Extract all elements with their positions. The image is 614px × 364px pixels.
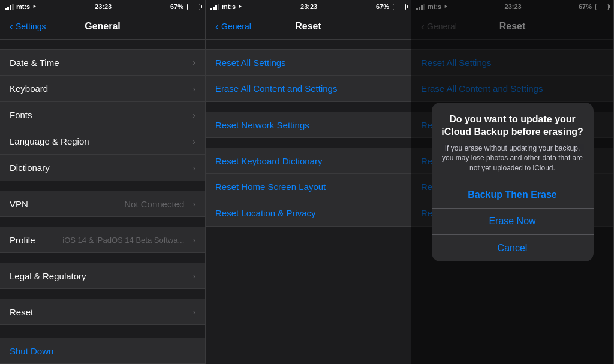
status-right: 67%	[170, 3, 200, 10]
backup-then-erase-button[interactable]: Backup Then Erase	[432, 182, 594, 209]
status-right-mid: 67%	[376, 3, 406, 10]
reset-chevron-left: ›	[192, 307, 195, 317]
back-label-left: Settings	[16, 22, 46, 31]
reset-home-mid[interactable]: Reset Home Screen Layout	[206, 174, 411, 200]
dialog-message: If you erase without updating your backu…	[441, 143, 584, 173]
legal-label: Legal & Regulatory	[10, 271, 86, 281]
wifi-icon-mid: ‣	[238, 3, 242, 11]
reset-network-mid[interactable]: Reset Network Settings	[206, 112, 411, 138]
reset-label-left: Reset	[10, 307, 33, 317]
status-left-mid: mt:s ‣	[210, 3, 242, 11]
spacer-middle	[206, 227, 411, 364]
reset-group3-mid: Reset Keyboard Dictionary Reset Home Scr…	[206, 148, 411, 227]
vpn-item[interactable]: VPN Not Connected ›	[0, 191, 205, 217]
reset-location-mid[interactable]: Reset Location & Privacy	[206, 200, 411, 227]
status-bar-middle: mt:s ‣ 23:23 67%	[206, 0, 411, 13]
reset-group2-mid: Reset Network Settings	[206, 112, 411, 138]
time-left: 23:23	[95, 3, 112, 10]
reset-group-left: Reset ›	[0, 299, 205, 325]
erase-all-label-mid: Erase All Content and Settings	[215, 83, 337, 94]
battery-icon-left	[187, 4, 200, 10]
keyboard-label: Keyboard	[10, 83, 48, 94]
legal-group: Legal & Regulatory ›	[0, 263, 205, 289]
vpn-label: VPN	[10, 199, 28, 209]
battery-label-mid: 67%	[376, 3, 389, 10]
erase-now-button[interactable]: Erase Now	[432, 209, 594, 235]
language-region-chevron: ›	[192, 137, 195, 146]
reset-all-settings-mid[interactable]: Reset All Settings	[206, 49, 411, 76]
reset-location-label-mid: Reset Location & Privacy	[215, 208, 316, 218]
profile-right: iOS 14 & iPadOS 14 Beta Softwa... ›	[62, 235, 195, 245]
reset-group1-mid: Reset All Settings Erase All Content and…	[206, 49, 411, 102]
vpn-group: VPN Not Connected ›	[0, 191, 205, 217]
date-time-chevron: ›	[192, 58, 195, 67]
language-region-label: Language & Region	[10, 136, 89, 146]
language-region-item[interactable]: Language & Region ›	[0, 128, 205, 155]
shutdown-group: Shut Down	[0, 338, 205, 364]
vpn-value: Not Connected	[124, 199, 184, 209]
reset-all-label-mid: Reset All Settings	[215, 58, 286, 68]
signal-icon	[5, 4, 14, 10]
reset-network-label-mid: Reset Network Settings	[215, 120, 309, 130]
time-middle: 23:23	[300, 3, 317, 10]
battery-icon-mid	[393, 4, 406, 10]
fonts-label: Fonts	[10, 110, 32, 120]
carrier-label-mid: mt:s	[222, 3, 236, 10]
carrier-label: mt:s	[16, 3, 30, 10]
left-panel: mt:s ‣ 23:23 67% ‹ Settings General Date…	[0, 0, 206, 364]
nav-bar-middle: ‹ General Reset	[206, 13, 411, 40]
battery-label-left: 67%	[170, 3, 183, 10]
keyboard-chevron: ›	[192, 84, 195, 94]
fonts-chevron: ›	[192, 110, 195, 120]
cancel-button[interactable]: Cancel	[432, 235, 594, 261]
nav-title-left: General	[85, 21, 121, 32]
reset-home-label-mid: Reset Home Screen Layout	[215, 182, 326, 192]
vpn-right: Not Connected ›	[124, 199, 195, 209]
nav-title-middle: Reset	[295, 21, 321, 32]
legal-item[interactable]: Legal & Regulatory ›	[0, 263, 205, 289]
date-time-item[interactable]: Date & Time ›	[0, 49, 205, 76]
vpn-chevron: ›	[192, 199, 195, 209]
fonts-item[interactable]: Fonts ›	[0, 102, 205, 128]
reset-item-left[interactable]: Reset ›	[0, 299, 205, 325]
general-settings-group: Date & Time › Keyboard › Fonts › Languag…	[0, 49, 205, 181]
signal-icon-mid	[210, 4, 219, 10]
dialog-overlay: Do you want to update your iCloud Backup…	[411, 0, 613, 364]
erase-all-mid[interactable]: Erase All Content and Settings	[206, 76, 411, 102]
profile-label: Profile	[10, 235, 35, 245]
dialog-content: Do you want to update your iCloud Backup…	[432, 103, 594, 182]
status-bar-left: mt:s ‣ 23:23 67%	[0, 0, 205, 13]
back-button-left[interactable]: ‹ Settings	[10, 21, 46, 32]
wifi-icon: ‣	[32, 3, 36, 11]
profile-group: Profile iOS 14 & iPadOS 14 Beta Softwa..…	[0, 227, 205, 253]
profile-value: iOS 14 & iPadOS 14 Beta Softwa...	[62, 236, 184, 245]
legal-chevron: ›	[192, 271, 195, 281]
dialog-title: Do you want to update your iCloud Backup…	[441, 113, 584, 139]
status-left: mt:s ‣	[5, 3, 36, 11]
back-arrow-left: ‹	[10, 21, 13, 32]
dictionary-label: Dictionary	[10, 163, 50, 173]
back-label-middle: General	[221, 22, 251, 31]
keyboard-item[interactable]: Keyboard ›	[0, 76, 205, 102]
profile-item[interactable]: Profile iOS 14 & iPadOS 14 Beta Softwa..…	[0, 227, 205, 253]
shutdown-label: Shut Down	[10, 346, 53, 356]
back-button-middle[interactable]: ‹ General	[215, 21, 251, 32]
profile-chevron: ›	[192, 235, 195, 245]
right-panel: mt:s ‣ 23:23 67% ‹ General Reset Reset A…	[411, 0, 614, 364]
icloud-dialog: Do you want to update your iCloud Backup…	[432, 103, 594, 261]
reset-keyboard-label-mid: Reset Keyboard Dictionary	[215, 156, 322, 166]
date-time-label: Date & Time	[10, 58, 59, 68]
nav-bar-left: ‹ Settings General	[0, 13, 205, 40]
dictionary-chevron: ›	[192, 163, 195, 173]
middle-panel: mt:s ‣ 23:23 67% ‹ General Reset Reset A…	[206, 0, 411, 364]
dictionary-item[interactable]: Dictionary ›	[0, 155, 205, 181]
shutdown-item[interactable]: Shut Down	[0, 338, 205, 364]
reset-keyboard-mid[interactable]: Reset Keyboard Dictionary	[206, 148, 411, 174]
spacer-left	[0, 325, 205, 338]
back-arrow-middle: ‹	[215, 21, 219, 32]
